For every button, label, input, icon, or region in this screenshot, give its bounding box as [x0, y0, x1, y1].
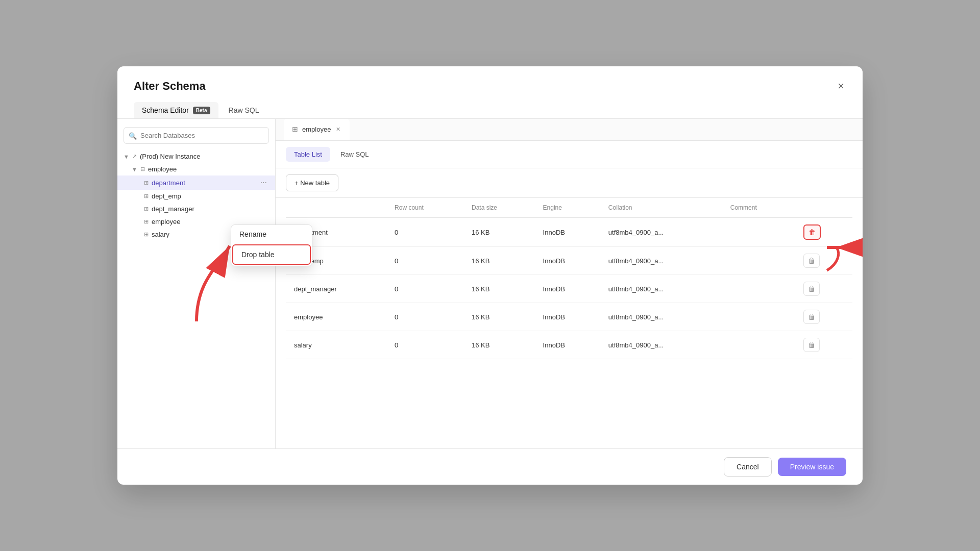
instance-icon: ↗: [132, 153, 137, 160]
db-tab-close-button[interactable]: ×: [335, 126, 341, 133]
modal-footer: Cancel Preview issue: [117, 448, 863, 485]
tab-schema-editor[interactable]: Schema Editor Beta: [134, 102, 218, 118]
instance-label: (Prod) New Instance: [140, 153, 269, 160]
table-label: dept_emp: [152, 192, 269, 200]
search-input[interactable]: [124, 127, 269, 144]
db-label: employee: [148, 165, 269, 173]
sidebar: 🔍 ▼ ↗ (Prod) New Instance ▼ ⊟ employee ⊞…: [117, 119, 276, 448]
cell-engine: InnoDB: [535, 331, 600, 359]
table-icon: ⊞: [144, 218, 149, 225]
sidebar-item-employee-db[interactable]: ▼ ⊟ employee: [117, 163, 275, 176]
col-actions: [795, 198, 852, 218]
beta-badge: Beta: [193, 107, 210, 114]
table-icon: ⊞: [144, 193, 149, 199]
cell-engine: InnoDB: [535, 303, 600, 331]
new-table-button[interactable]: + New table: [286, 174, 338, 191]
col-comment: Comment: [722, 198, 795, 218]
table-area: Row count Data size Engine Collation Com…: [276, 198, 863, 448]
context-menu: Rename Drop table: [231, 224, 312, 266]
delete-table-button[interactable]: 🗑: [803, 338, 820, 352]
cell-collation: utf8mb4_0900_a...: [600, 247, 722, 275]
table-row: salary 0 16 KB InnoDB utf8mb4_0900_a... …: [286, 331, 852, 359]
table-row: department 0 16 KB InnoDB utf8mb4_0900_a…: [286, 218, 852, 247]
delete-table-button[interactable]: 🗑: [803, 310, 820, 324]
cell-engine: InnoDB: [535, 218, 600, 247]
cell-comment: [722, 331, 795, 359]
db-icon: ⊟: [140, 166, 145, 172]
cell-collation: utf8mb4_0900_a...: [600, 275, 722, 303]
cell-row-count: 0: [386, 218, 463, 247]
tab-raw-sql[interactable]: Raw SQL: [220, 102, 267, 118]
col-data-size: Data size: [463, 198, 535, 218]
col-collation: Collation: [600, 198, 722, 218]
cell-data-size: 16 KB: [463, 331, 535, 359]
table-row: dept_manager 0 16 KB InnoDB utf8mb4_0900…: [286, 275, 852, 303]
cell-comment: [722, 275, 795, 303]
cell-data-size: 16 KB: [463, 218, 535, 247]
cell-actions: 🗑: [795, 275, 852, 303]
delete-table-button[interactable]: 🗑: [803, 282, 820, 296]
cell-name: employee: [286, 303, 386, 331]
more-options-button[interactable]: ···: [258, 178, 269, 187]
cell-collation: utf8mb4_0900_a...: [600, 331, 722, 359]
cell-comment: [722, 218, 795, 247]
cell-engine: InnoDB: [535, 247, 600, 275]
delete-table-button[interactable]: 🗑: [803, 254, 820, 268]
table-header-row: Row count Data size Engine Collation Com…: [286, 198, 852, 218]
cell-comment: [722, 303, 795, 331]
cell-collation: utf8mb4_0900_a...: [600, 218, 722, 247]
cell-data-size: 16 KB: [463, 275, 535, 303]
table-row: dept_emp 0 16 KB InnoDB utf8mb4_0900_a..…: [286, 247, 852, 275]
context-menu-rename[interactable]: Rename: [231, 225, 312, 243]
close-button[interactable]: ×: [836, 79, 846, 94]
cell-comment: [722, 247, 795, 275]
table-body: department 0 16 KB InnoDB utf8mb4_0900_a…: [286, 218, 852, 359]
cancel-button[interactable]: Cancel: [724, 457, 772, 477]
sidebar-item-department[interactable]: ⊞ department ···: [117, 176, 275, 190]
cell-collation: utf8mb4_0900_a...: [600, 303, 722, 331]
cell-name: dept_manager: [286, 275, 386, 303]
modal-tabs: Schema Editor Beta Raw SQL: [117, 94, 863, 119]
cell-data-size: 16 KB: [463, 247, 535, 275]
db-tab-bar: ⊞ employee ×: [276, 119, 863, 141]
tab-content-raw-sql[interactable]: Raw SQL: [332, 147, 377, 162]
cell-actions: 🗑: [795, 247, 852, 275]
sidebar-item-prod-instance[interactable]: ▼ ↗ (Prod) New Instance: [117, 150, 275, 163]
tables-table: Row count Data size Engine Collation Com…: [286, 198, 852, 359]
db-tab-label: employee: [302, 126, 331, 133]
content-tabs: Table List Raw SQL: [276, 141, 863, 168]
modal-overlay: Alter Schema × Schema Editor Beta Raw SQ…: [0, 0, 980, 551]
expand-icon: ▼: [124, 154, 129, 160]
tab-table-list[interactable]: Table List: [286, 147, 330, 162]
cell-actions: 🗑: [795, 303, 852, 331]
cell-engine: InnoDB: [535, 275, 600, 303]
context-menu-drop-table[interactable]: Drop table: [232, 244, 311, 265]
sidebar-item-dept-manager[interactable]: ⊞ dept_manager: [117, 203, 275, 215]
expand-icon: ▼: [132, 166, 137, 172]
alter-schema-modal: Alter Schema × Schema Editor Beta Raw SQ…: [117, 66, 863, 485]
search-icon: 🔍: [129, 132, 137, 139]
cell-row-count: 0: [386, 331, 463, 359]
table-label: department: [152, 179, 256, 187]
preview-issue-button[interactable]: Preview issue: [778, 458, 846, 476]
table-label: dept_manager: [152, 205, 269, 213]
table-icon: ⊞: [144, 206, 149, 212]
col-name: [286, 198, 386, 218]
cell-row-count: 0: [386, 275, 463, 303]
sidebar-item-dept-emp[interactable]: ⊞ dept_emp: [117, 190, 275, 203]
employee-db-tab[interactable]: ⊞ employee ×: [284, 119, 350, 140]
cell-actions: 🗑: [795, 331, 852, 359]
col-engine: Engine: [535, 198, 600, 218]
main-content: ⊞ employee × Table List Raw SQL + New ta…: [276, 119, 863, 448]
db-tab-icon: ⊞: [292, 125, 298, 133]
table-icon: ⊞: [144, 231, 149, 238]
cell-data-size: 16 KB: [463, 303, 535, 331]
search-box: 🔍: [124, 127, 269, 144]
toolbar: + New table: [276, 168, 863, 198]
table-icon: ⊞: [144, 180, 149, 186]
cell-name: salary: [286, 331, 386, 359]
schema-editor-label: Schema Editor: [142, 106, 189, 114]
cell-actions: 🗑: [795, 218, 852, 247]
modal-title: Alter Schema: [134, 80, 206, 93]
delete-table-button[interactable]: 🗑: [803, 224, 821, 240]
